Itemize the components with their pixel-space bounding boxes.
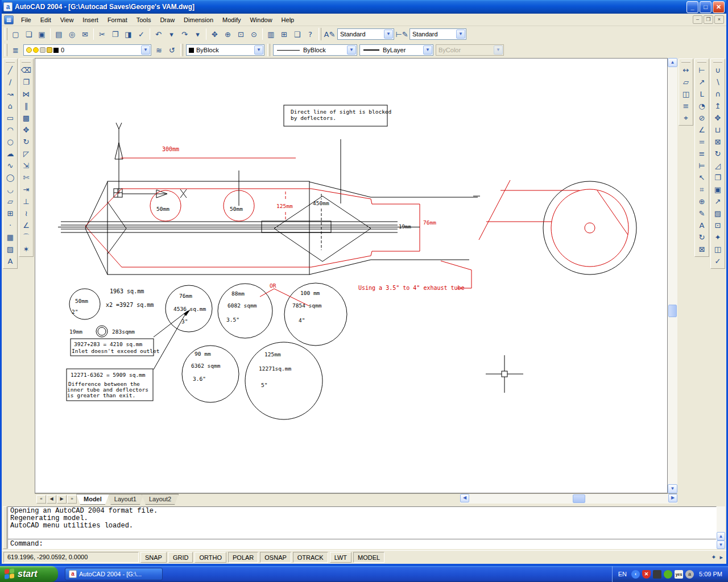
mdi-restore-button[interactable]: ❐ bbox=[704, 15, 713, 24]
horizontal-scrollbar[interactable]: ◀ ▶ bbox=[460, 494, 677, 504]
line-button[interactable]: ╱ bbox=[4, 64, 16, 76]
move-faces-button[interactable]: ✥ bbox=[712, 112, 724, 124]
scroll-right-icon[interactable]: ▶ bbox=[668, 494, 677, 502]
command-scroll-up-icon[interactable]: ▲ bbox=[717, 532, 725, 541]
dimension-edit-button[interactable]: ✎ bbox=[696, 207, 708, 219]
text-style-combo[interactable]: Standard ▼ bbox=[337, 28, 394, 40]
insert-block-button[interactable]: ▱ bbox=[4, 196, 16, 207]
explode-button[interactable]: ✶ bbox=[20, 243, 32, 255]
layer-on-icon[interactable] bbox=[26, 47, 32, 53]
tool-palettes-button[interactable]: ❑ bbox=[291, 28, 304, 41]
construction-line-button[interactable]: ∕ bbox=[4, 76, 16, 88]
properties-palette-button[interactable]: ▥ bbox=[264, 28, 278, 41]
vertical-scroll-track[interactable] bbox=[668, 67, 677, 484]
mirror-button[interactable]: ⋈ bbox=[20, 88, 32, 100]
menu-item-edit[interactable]: Edit bbox=[36, 15, 56, 24]
command-scroll-down-icon[interactable]: ▼ bbox=[717, 541, 725, 549]
trim-button[interactable]: ✄ bbox=[20, 172, 32, 184]
command-prompt[interactable]: Command: bbox=[8, 539, 716, 548]
text-style-button[interactable]: A✎ bbox=[323, 28, 336, 41]
layer-thaw-icon[interactable] bbox=[33, 47, 39, 53]
spline-button[interactable]: ∿ bbox=[4, 160, 16, 172]
scale-button[interactable]: ◸ bbox=[20, 148, 32, 160]
array-button[interactable]: ▩ bbox=[20, 112, 32, 124]
help-button[interactable]: ? bbox=[304, 28, 317, 41]
linear-dimension-button[interactable]: ⊢ bbox=[696, 64, 708, 76]
layer-manager-button[interactable]: ≣ bbox=[9, 44, 22, 57]
command-history[interactable]: Opening an AutoCAD 2004 format file. Reg… bbox=[8, 507, 716, 539]
menu-item-view[interactable]: View bbox=[56, 15, 78, 24]
ellipse-arc-button[interactable]: ◡ bbox=[4, 184, 16, 196]
toggle-model[interactable]: MODEL bbox=[353, 552, 384, 563]
redo-list-button[interactable]: ▾ bbox=[191, 28, 204, 41]
layer-previous-button[interactable]: ↺ bbox=[166, 44, 179, 57]
layer-viewport-freeze-icon[interactable] bbox=[40, 47, 46, 53]
mdi-app-icon[interactable]: ▦ bbox=[4, 15, 14, 24]
make-object-layer-current-button[interactable]: ≋ bbox=[152, 44, 166, 57]
subtract-button[interactable]: ∖ bbox=[712, 76, 724, 88]
center-mark-button[interactable]: ⊕ bbox=[696, 196, 708, 207]
toggle-ortho[interactable]: ORTHO bbox=[195, 552, 226, 563]
toolbar-grip[interactable] bbox=[318, 28, 321, 40]
copy-faces-button[interactable]: ❐ bbox=[712, 172, 724, 184]
toolbar-grip[interactable] bbox=[267, 44, 270, 56]
quick-leader-button[interactable]: ↖ bbox=[696, 172, 708, 184]
extend-button[interactable]: ⇥ bbox=[20, 184, 32, 196]
hatch-button[interactable]: ▦ bbox=[4, 231, 16, 243]
offset-faces-button[interactable]: ⊔ bbox=[712, 124, 724, 136]
toggle-polar[interactable]: POLAR bbox=[228, 552, 258, 563]
break-button[interactable]: ≀ bbox=[20, 207, 32, 219]
union-button[interactable]: ∪ bbox=[712, 64, 724, 76]
toolbar-grip[interactable] bbox=[6, 61, 15, 63]
delete-faces-button[interactable]: ⊠ bbox=[712, 136, 724, 148]
point-button[interactable]: · bbox=[4, 219, 16, 231]
quick-dimension-button[interactable]: = bbox=[696, 136, 708, 148]
drawing-canvas[interactable]: 300mm Direct line of sight is blocked by… bbox=[35, 58, 668, 493]
first-tab-button[interactable]: « bbox=[36, 495, 46, 504]
menu-item-draw[interactable]: Draw bbox=[155, 15, 179, 24]
revcloud-button[interactable]: ☁ bbox=[4, 148, 16, 160]
next-tab-button[interactable]: ▶ bbox=[57, 495, 67, 504]
paste-button[interactable]: ◨ bbox=[122, 28, 135, 41]
copy-clip-button[interactable]: ❐ bbox=[109, 28, 122, 41]
menu-item-format[interactable]: Format bbox=[103, 15, 132, 24]
copy-object-button[interactable]: ❐ bbox=[20, 76, 32, 88]
ellipse-button[interactable]: ◯ bbox=[4, 172, 16, 184]
rotate-faces-button[interactable]: ↻ bbox=[712, 148, 724, 160]
scroll-left-icon[interactable]: ◀ bbox=[460, 494, 469, 502]
minimize-button[interactable]: _ bbox=[686, 1, 698, 13]
polyline-button[interactable]: ↝ bbox=[4, 88, 16, 100]
separate-button[interactable]: ◫ bbox=[712, 243, 724, 255]
plot-button[interactable]: ▤ bbox=[52, 28, 65, 41]
hide-icons-chevron-icon[interactable]: ‹ bbox=[631, 570, 640, 579]
zoom-realtime-button[interactable]: ⊕ bbox=[221, 28, 234, 41]
chevron-down-icon[interactable]: ▼ bbox=[347, 45, 356, 55]
display-settings-icon[interactable] bbox=[653, 570, 661, 579]
horizontal-scroll-track[interactable] bbox=[469, 494, 668, 504]
toolbar-grip[interactable] bbox=[681, 61, 690, 63]
menu-item-window[interactable]: Window bbox=[245, 15, 276, 24]
redo-button[interactable]: ↷ bbox=[178, 28, 191, 41]
make-block-button[interactable]: ⊞ bbox=[4, 207, 16, 219]
zoom-window-button[interactable]: ⊡ bbox=[234, 28, 247, 41]
continue-dimension-button[interactable]: ⊨ bbox=[696, 160, 708, 172]
acrobat-icon[interactable]: a bbox=[685, 570, 694, 579]
save-button[interactable]: ▣ bbox=[35, 28, 48, 41]
communication-center-icon[interactable]: ✦ bbox=[709, 554, 718, 561]
imprint-button[interactable]: ⊡ bbox=[712, 219, 724, 231]
break-at-point-button[interactable]: ⊥ bbox=[20, 196, 32, 207]
menu-item-dimension[interactable]: Dimension bbox=[179, 15, 218, 24]
scroll-down-icon[interactable]: ▼ bbox=[668, 484, 677, 493]
list-button[interactable]: ≡ bbox=[680, 100, 692, 112]
maximize-button[interactable]: □ bbox=[700, 1, 712, 13]
color-control-combo[interactable]: ByBlock ▼ bbox=[186, 44, 264, 56]
toolbar-grip[interactable] bbox=[713, 61, 722, 63]
toolbar-grip[interactable] bbox=[5, 28, 7, 40]
zoom-previous-button[interactable]: ⊙ bbox=[247, 28, 260, 41]
polygon-button[interactable]: ⌂ bbox=[4, 100, 16, 112]
offset-button[interactable]: ∥ bbox=[20, 100, 32, 112]
ordinate-dimension-button[interactable]: L bbox=[696, 88, 708, 100]
rectangle-button[interactable]: ▭ bbox=[4, 112, 16, 124]
diameter-dimension-button[interactable]: ⊘ bbox=[696, 112, 708, 124]
gradient-button[interactable]: ▨ bbox=[4, 243, 16, 255]
